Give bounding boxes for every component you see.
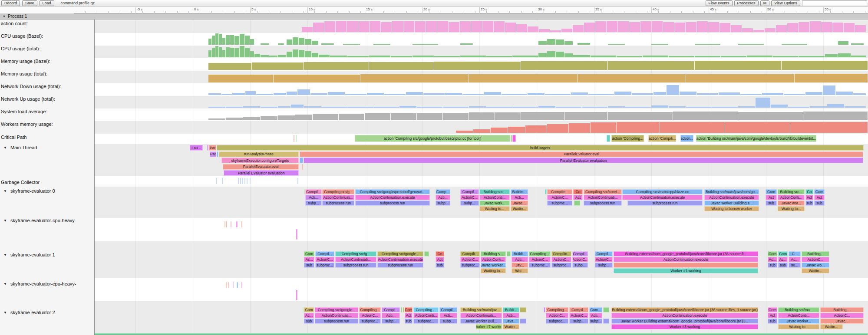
- trace-event[interactable]: Compiling...: [529, 251, 551, 256]
- trace-event[interactable]: Compil...: [460, 189, 479, 194]
- trace-event[interactable]: subp...: [382, 319, 400, 324]
- trace-event[interactable]: ActionContinuati...: [335, 257, 376, 262]
- trace-event[interactable]: [247, 178, 248, 184]
- trace-event[interactable]: ActionC...: [529, 257, 551, 262]
- trace-event[interactable]: Act: [405, 313, 413, 318]
- trace-event[interactable]: sub: [436, 263, 444, 268]
- trace-event[interactable]: Co: [436, 251, 444, 256]
- trace-event[interactable]: ActionC...: [820, 313, 864, 318]
- trace-event[interactable]: subproc...: [546, 319, 568, 324]
- trace-event[interactable]: subprocess.run: [335, 263, 376, 268]
- trace-event[interactable]: ParallelEvaluator.eval: [300, 151, 863, 157]
- trace-event[interactable]: Act: [814, 195, 825, 200]
- trace-event[interactable]: Worker #7 working: [476, 324, 502, 329]
- track-label[interactable]: action count:: [0, 21, 94, 26]
- metadata-button[interactable]: M: [760, 0, 770, 6]
- trace-event[interactable]: Javac worker...: [481, 263, 506, 268]
- trace-event[interactable]: sub: [805, 200, 813, 206]
- trace-event[interactable]: Acti...: [382, 313, 400, 318]
- trace-event[interactable]: Acti...: [305, 195, 322, 200]
- trace-event[interactable]: [545, 189, 547, 194]
- trace-event[interactable]: Co: [805, 189, 813, 194]
- trace-event[interactable]: Com: [766, 189, 777, 194]
- trace-event[interactable]: Java...: [503, 319, 519, 324]
- trace-event[interactable]: Com: [778, 251, 788, 256]
- track-label[interactable]: Memory usage (total):: [0, 71, 94, 76]
- trace-event[interactable]: [511, 135, 512, 142]
- trace-event[interactable]: Waitin...: [820, 324, 843, 329]
- trace-event[interactable]: [294, 135, 294, 142]
- trace-event[interactable]: subp...: [569, 319, 588, 324]
- trace-event[interactable]: su...: [789, 263, 801, 268]
- trace-event[interactable]: sub: [766, 200, 777, 206]
- trace-event[interactable]: Compiling src/g...: [322, 189, 354, 194]
- trace-event[interactable]: sub: [814, 200, 825, 206]
- trace-event[interactable]: subprocess.run: [355, 200, 430, 206]
- trace-event[interactable]: [296, 135, 297, 142]
- trace-event[interactable]: [231, 221, 231, 227]
- trace-event[interactable]: Waitin...: [802, 268, 829, 273]
- trace-event[interactable]: Building ...: [820, 307, 864, 312]
- trace-event[interactable]: Com...: [589, 307, 602, 312]
- trace-event[interactable]: sub: [768, 263, 777, 268]
- trace-event[interactable]: subproc...: [413, 319, 439, 324]
- trace-event[interactable]: Waiting to...: [778, 324, 819, 329]
- trace-event[interactable]: ActionContinuati...: [460, 313, 502, 318]
- trace-event[interactable]: Com: [814, 189, 825, 194]
- trace-event[interactable]: Com: [768, 307, 777, 312]
- trace-event[interactable]: Javac worker Building s...: [704, 200, 759, 206]
- trace-event[interactable]: Compiling src/google...: [377, 251, 423, 256]
- trace-event[interactable]: sub: [405, 319, 413, 324]
- trace-event[interactable]: [303, 307, 304, 312]
- trace-event[interactable]: [424, 251, 429, 256]
- trace-event[interactable]: Lau...: [190, 145, 203, 151]
- trace-event[interactable]: subprocess.run: [584, 200, 622, 206]
- trace-event[interactable]: Acti...: [511, 195, 528, 200]
- trace-event[interactable]: [226, 221, 227, 227]
- trace-event[interactable]: ActionConti...: [481, 257, 506, 262]
- trace-event[interactable]: [403, 307, 404, 312]
- trace-event[interactable]: Compil...: [439, 307, 457, 312]
- trace-event[interactable]: ActionC...: [572, 257, 588, 262]
- trace-event[interactable]: [228, 282, 229, 288]
- trace-event[interactable]: Worker #1 working: [614, 268, 758, 273]
- trace-event[interactable]: ActionContinuation.execute: [622, 195, 703, 200]
- trace-event[interactable]: [507, 251, 511, 256]
- track-label[interactable]: System load average:: [0, 109, 94, 114]
- trace-event[interactable]: Acti...: [589, 313, 602, 318]
- trace-event[interactable]: runAnalysisPhase: [219, 151, 299, 157]
- trace-event[interactable]: Waiting to...: [481, 268, 506, 273]
- trace-event[interactable]: Compil...: [569, 307, 588, 312]
- trace-event[interactable]: [520, 319, 526, 324]
- trace-event[interactable]: Act: [766, 195, 777, 200]
- collapse-arrow-icon[interactable]: ▼: [3, 189, 7, 193]
- trace-event[interactable]: [240, 178, 241, 184]
- trace-event[interactable]: [401, 307, 402, 312]
- trace-event[interactable]: Javac worker Buil...: [460, 319, 502, 324]
- trace-event[interactable]: Buildi...: [503, 307, 519, 312]
- flow-events-button[interactable]: Flow events: [706, 0, 733, 6]
- collapse-arrow-icon[interactable]: ▼: [3, 219, 7, 223]
- track-label[interactable]: ▼skyframe-evaluator 0: [0, 188, 94, 194]
- track-label[interactable]: Network Up usage (total):: [0, 96, 94, 102]
- trace-event[interactable]: Acti...: [436, 195, 450, 200]
- trace-event[interactable]: ActionC...: [460, 195, 479, 200]
- trace-event[interactable]: Acti...: [439, 313, 457, 318]
- process-header[interactable]: ▼ Process 1: [0, 13, 868, 20]
- trace-event[interactable]: subp...: [460, 200, 479, 206]
- trace-event[interactable]: [520, 307, 526, 312]
- trace-event[interactable]: ActionContinuation.execute: [611, 313, 758, 318]
- trace-event[interactable]: subp...: [589, 319, 602, 324]
- trace-event[interactable]: Waitin...: [511, 206, 528, 211]
- trace-event[interactable]: Building external/com_google_protobuf/ja…: [611, 307, 758, 312]
- collapse-arrow-icon[interactable]: ▼: [3, 15, 6, 18]
- track-label[interactable]: ▼Main Thread: [0, 145, 94, 150]
- trace-event[interactable]: [574, 200, 580, 206]
- record-button[interactable]: Record: [1, 0, 20, 6]
- trace-event[interactable]: sub: [304, 263, 314, 268]
- trace-event[interactable]: Compili...: [460, 251, 480, 256]
- trace-event[interactable]: [226, 282, 227, 288]
- trace-event[interactable]: Waitin...: [503, 324, 519, 329]
- trace-event[interactable]: Building src...: [778, 189, 805, 194]
- trace-event[interactable]: [241, 221, 242, 227]
